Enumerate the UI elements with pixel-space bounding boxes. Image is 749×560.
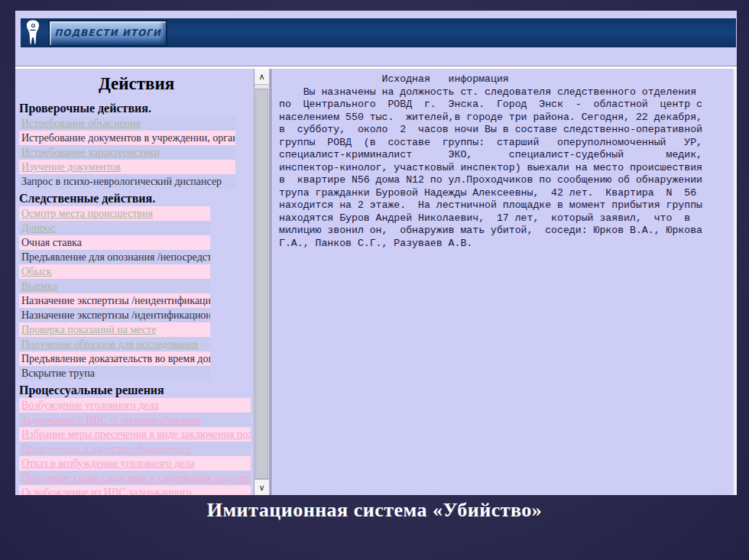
summarize-button[interactable]: ПОДВЕСТИ ИТОГИ xyxy=(48,20,167,47)
action-item[interactable]: Назначение экспертизы /идентификационной… xyxy=(19,308,210,322)
scrollbar-thumb[interactable] xyxy=(255,89,268,479)
section-header: Процессуальные решения xyxy=(19,384,254,397)
system-caption: Имитационная система «Убийство» xyxy=(0,499,749,522)
action-item[interactable]: Возбуждение уголовного дела xyxy=(19,398,251,413)
actions-panel-title: Действия xyxy=(19,74,254,94)
action-item[interactable]: Осмотр места происшествия xyxy=(19,206,210,221)
action-item[interactable]: Отказ в возбуждении уголовного дела xyxy=(19,456,251,471)
app-window: ПОДВЕСТИ ИТОГИ Действия Проверочные дейс… xyxy=(15,11,737,495)
tooth-icon xyxy=(22,18,44,47)
action-item[interactable]: Истребование характеристики xyxy=(19,145,235,160)
top-banner: ПОДВЕСТИ ИТОГИ xyxy=(21,18,736,47)
info-text: Исходная информация Вы назначены на долж… xyxy=(279,73,734,250)
action-item[interactable]: Истребование объяснения xyxy=(19,116,235,131)
action-item[interactable]: Вскрытие трупа xyxy=(19,366,210,380)
action-item[interactable]: Обыск xyxy=(19,264,210,279)
action-item[interactable]: Выемка xyxy=(19,279,210,293)
action-item[interactable]: Привлечение в качестве обвиняемого xyxy=(19,442,251,456)
action-item[interactable]: Получение образцов для исследования xyxy=(19,337,210,351)
action-item[interactable]: Запрос в психо-неврологический диспансер xyxy=(19,174,235,189)
section-header: Следственные действия. xyxy=(19,192,254,206)
action-item[interactable]: Освобождение из ИВС задержанного xyxy=(19,485,251,495)
panels-area: Действия Проверочные действия.Истребован… xyxy=(15,69,737,495)
window-right-edge xyxy=(734,69,737,495)
action-item[interactable]: Допрос xyxy=(19,221,210,235)
actions-sections: Проверочные действия.Истребование объясн… xyxy=(19,102,254,495)
section-header: Проверочные действия. xyxy=(19,102,254,115)
action-item[interactable]: Предъявление для опознания /непосредстве… xyxy=(19,250,210,264)
action-item[interactable]: Изучение документов xyxy=(19,160,235,174)
info-panel: Исходная информация Вы назначены на долж… xyxy=(271,69,734,495)
screen-background: ПОДВЕСТИ ИТОГИ Действия Проверочные дейс… xyxy=(0,0,749,560)
action-item[interactable]: Задержание в ИВС /с личным обыском/ xyxy=(19,413,251,427)
action-item[interactable]: Истребование документов в учреждении, ор… xyxy=(19,131,235,145)
action-item[interactable]: Проверка показаний на месте xyxy=(19,322,210,337)
scroll-down-icon[interactable]: ∨ xyxy=(255,479,269,495)
action-item[interactable]: Очная ставка xyxy=(19,235,210,250)
action-item[interactable]: Избрание меры пресечения в виде заключен… xyxy=(19,427,251,442)
scroll-up-icon[interactable]: ∧ xyxy=(255,69,269,85)
action-item[interactable]: Предъявление доказательств во время допр… xyxy=(19,351,210,366)
actions-panel: Действия Проверочные действия.Истребован… xyxy=(19,69,254,495)
actions-scrollbar[interactable]: ∧ ∨ xyxy=(254,69,270,495)
action-item[interactable]: Продление срока следствия и содержания п… xyxy=(19,471,251,485)
action-item[interactable]: Назначение экспертизы /неидентификационн… xyxy=(19,293,210,308)
